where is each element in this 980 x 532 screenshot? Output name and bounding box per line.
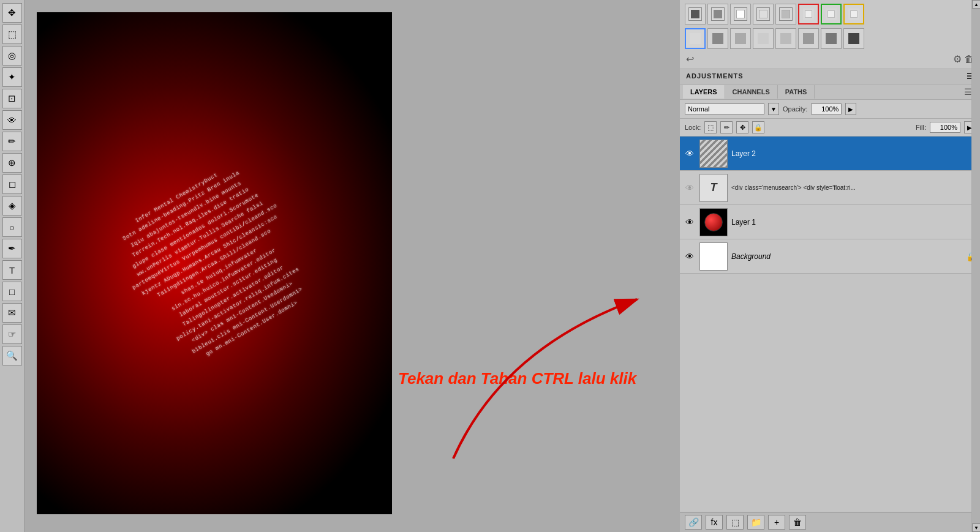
tool-shape[interactable]: □: [2, 282, 22, 301]
layer-item-layer2[interactable]: 👁 Layer 2: [680, 137, 980, 171]
tool-pen[interactable]: ✒: [2, 239, 22, 258]
toolbar-btn-gray2[interactable]: [730, 28, 751, 49]
layer-group-btn[interactable]: 📁: [747, 515, 764, 530]
tab-layers[interactable]: LAYERS: [683, 85, 725, 99]
tool-select[interactable]: ⬚: [2, 24, 22, 44]
bg-visibility-toggle[interactable]: 👁: [684, 252, 696, 261]
tool-erase[interactable]: ◻: [2, 174, 22, 194]
tool-zoom[interactable]: 🔍: [2, 346, 22, 365]
layers-panel: LAYERS CHANNELS PATHS ☰ Normal Dissolve …: [680, 84, 980, 532]
tool-eye[interactable]: 👁: [2, 110, 22, 130]
tools-sidebar: ✥ ⬚ ◎ ✦ ⊡ 👁 ✏ ⊕ ◻ ◈ ○ ✒ T □ ✉ ☞ 🔍: [0, 0, 24, 532]
tool-text[interactable]: T: [2, 260, 22, 280]
tool-dodge[interactable]: ○: [2, 217, 22, 237]
opacity-input[interactable]: [811, 103, 842, 114]
settings-icon[interactable]: ⚙: [953, 53, 962, 65]
diagonal-text-overlay: Infer Mental ChemistryDuct Sotn adeline-…: [37, 12, 392, 514]
opacity-label: Opacity:: [783, 105, 807, 113]
layer2-visibility-toggle[interactable]: 👁: [684, 149, 696, 159]
tool-crop[interactable]: ⊡: [2, 89, 22, 108]
layers-list: 👁 Layer 2 👁 T <div class='menusearch'> <…: [680, 137, 980, 512]
toolbar-btn-blue[interactable]: [685, 28, 706, 49]
opacity-arrow[interactable]: ▶: [845, 103, 856, 115]
layers-bottom-toolbar: 🔗 fx ⬚ 📁 + 🗑: [680, 512, 980, 532]
layer1-visibility-toggle[interactable]: 👁: [684, 217, 696, 227]
tool-clone[interactable]: ⊕: [2, 153, 22, 173]
toolbar-btn-gray4[interactable]: [775, 28, 796, 49]
annotation-text: Tekan dan Tahan CTRL lalu klik: [398, 369, 636, 388]
scrollbar-down-arrow[interactable]: ▼: [972, 523, 980, 532]
fill-input[interactable]: [930, 122, 960, 133]
toolbar-btn-3[interactable]: [730, 4, 751, 24]
layer1-name: Layer 1: [731, 218, 976, 227]
lock-paint-btn[interactable]: ✏: [720, 121, 733, 133]
tool-brush[interactable]: ✏: [2, 132, 22, 151]
lock-label: Lock:: [685, 124, 701, 131]
rotate-icon[interactable]: ↩: [686, 53, 694, 65]
layer1-thumbnail: [699, 208, 728, 236]
tool-move[interactable]: ✥: [2, 3, 22, 23]
layer-delete-btn[interactable]: 🗑: [789, 515, 806, 530]
canvas-area: Infer Mental ChemistryDuct Sotn adeline-…: [24, 0, 680, 532]
toolbar-btn-2[interactable]: [707, 4, 728, 24]
toolbar-btn-gray6[interactable]: [821, 28, 842, 49]
lock-row: Lock: ⬚ ✏ ✥ 🔒 Fill: ▶: [680, 119, 980, 137]
tab-channels[interactable]: CHANNELS: [725, 85, 778, 99]
toolbar-btn-1[interactable]: [685, 4, 706, 24]
bg-name: Background: [731, 252, 962, 261]
layer2-name: Layer 2: [731, 149, 976, 158]
tool-magic[interactable]: ✦: [2, 67, 22, 87]
toolbar-btn-gray1[interactable]: [707, 28, 728, 49]
layer-item-text[interactable]: 👁 T <div class='menusearch'> <div style=…: [680, 171, 980, 205]
lock-transparent-btn[interactable]: ⬚: [704, 121, 717, 133]
right-panel: ↩ ⚙ 🗑 ADJUSTMENTS ☰ LAYERS CHANNELS PATH…: [680, 0, 980, 532]
blend-mode-select[interactable]: Normal Dissolve Multiply Screen Overlay: [685, 103, 764, 114]
arrow-svg: [380, 226, 674, 483]
layer-effects-btn[interactable]: fx: [706, 515, 723, 530]
fill-label: Fill:: [916, 124, 926, 131]
text-layer-thumbnail: T: [699, 174, 728, 202]
lock-all-btn[interactable]: 🔒: [752, 121, 764, 133]
lock-move-btn[interactable]: ✥: [736, 121, 748, 133]
layer-new-btn[interactable]: +: [768, 515, 785, 530]
diagonal-text-content: Infer Mental ChemistryDuct Sotn adeline-…: [37, 105, 392, 421]
tab-paths[interactable]: PATHS: [778, 85, 815, 99]
photoshop-canvas: Infer Mental ChemistryDuct Sotn adeline-…: [37, 12, 392, 514]
scrollbar-up-arrow[interactable]: ▲: [972, 0, 980, 9]
layer-item-background[interactable]: 👁 Background 🔒: [680, 239, 980, 274]
toolbar-btn-gray5[interactable]: [798, 28, 819, 49]
layer-link-btn[interactable]: 🔗: [685, 515, 702, 530]
right-scrollbar: ▲ ▼: [971, 0, 980, 532]
layer1-red-dot: [704, 213, 723, 231]
toolbar-btn-gray3[interactable]: [753, 28, 774, 49]
scrollbar-track: [972, 9, 980, 523]
bg-thumbnail: [699, 242, 728, 271]
text-layer-content: <div class='menusearch'> <div style='flo…: [731, 184, 976, 191]
layer-mask-btn[interactable]: ⬚: [726, 515, 744, 530]
toolbar-btn-yellow[interactable]: [843, 4, 864, 24]
layer-item-layer1[interactable]: 👁 Layer 1: [680, 205, 980, 239]
toolbar-btn-green[interactable]: [821, 4, 842, 24]
toolbar-btn-4[interactable]: [753, 4, 774, 24]
top-toolbar: ↩ ⚙ 🗑: [680, 0, 980, 69]
tool-fill[interactable]: ◈: [2, 196, 22, 215]
blend-mode-arrow[interactable]: ▼: [768, 103, 779, 115]
tool-hand[interactable]: ☞: [2, 324, 22, 344]
layers-tabs-row: LAYERS CHANNELS PATHS ☰: [680, 84, 980, 100]
toolbar-btn-black[interactable]: [843, 28, 864, 49]
toolbar-btn-red[interactable]: [798, 4, 819, 24]
blend-mode-row: Normal Dissolve Multiply Screen Overlay …: [680, 100, 980, 119]
layer2-thumbnail: [699, 140, 728, 168]
tool-lasso[interactable]: ◎: [2, 46, 22, 66]
tool-notes[interactable]: ✉: [2, 303, 22, 323]
text-layer-visibility-toggle[interactable]: 👁: [684, 183, 696, 193]
toolbar-btn-5[interactable]: [775, 4, 796, 24]
adjustments-header: ADJUSTMENTS ☰: [680, 69, 980, 84]
